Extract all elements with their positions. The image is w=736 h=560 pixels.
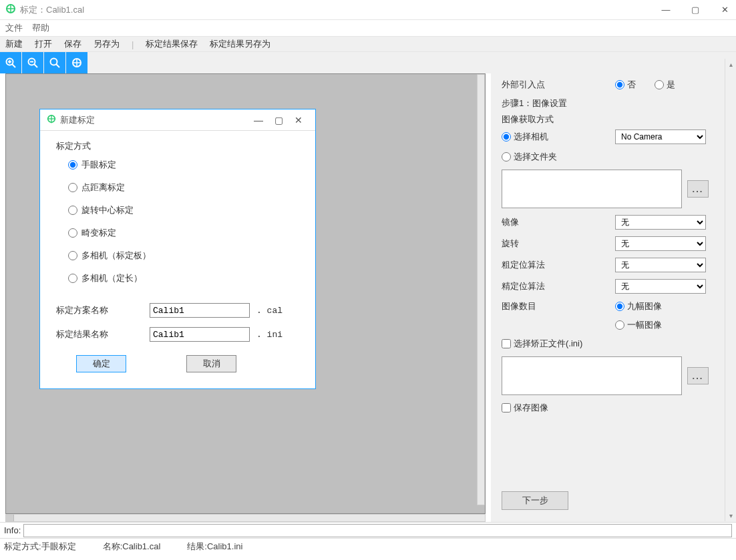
canvas-area: 新建标定 — ▢ ✕ 标定方式 手眼标定 点距离标定 旋转中心标定 畸变标定 多… [0,73,491,522]
radio-multicam-board[interactable]: 多相机（标定板） [68,250,299,262]
next-button[interactable]: 下一步 [502,491,568,510]
radio-nine-images[interactable]: 九幅图像 [615,300,662,312]
coarse-algo-select[interactable]: 无 [615,258,706,272]
folder-path-box[interactable] [502,170,682,208]
dialog-icon [47,114,56,125]
info-row: Info: [0,522,736,538]
acq-method-label: 图像获取方式 [502,113,728,125]
zoom-out-icon[interactable] [22,52,43,73]
canvas-hscroll[interactable] [5,514,486,522]
status-bar: 标定方式:手眼标定 名称:Calib1.cal 结果:Calib1.ini [0,538,736,554]
fine-algo-select[interactable]: 无 [615,279,706,294]
radio-ext-no[interactable]: 否 [615,79,636,91]
menu-file[interactable]: 文件 [5,22,23,34]
cancel-button[interactable]: 取消 [186,355,236,372]
app-icon [5,3,16,16]
panel-vscroll[interactable]: ▴ ▾ [725,59,736,521]
separator: | [132,39,134,49]
radio-multicam-fixed[interactable]: 多相机（定长） [68,272,299,284]
correct-file-box[interactable] [502,356,682,395]
menubar: 文件 帮助 [0,20,736,36]
browse-correct-button[interactable]: ... [687,367,709,384]
new-calibration-dialog: 新建标定 — ▢ ✕ 标定方式 手眼标定 点距离标定 旋转中心标定 畸变标定 多… [39,109,316,389]
fine-algo-label: 精定位算法 [502,280,615,292]
radio-distance[interactable]: 点距离标定 [68,182,299,194]
menu-help[interactable]: 帮助 [32,22,49,34]
checkbox-correct-file[interactable]: 选择矫正文件(.ini) [502,338,582,350]
tb-open[interactable]: 打开 [35,38,52,50]
radio-rotcenter[interactable]: 旋转中心标定 [68,204,299,216]
status-result: 结果:Calib1.ini [187,541,242,553]
radio-distortion[interactable]: 畸变标定 [68,227,299,239]
image-canvas[interactable]: 新建标定 — ▢ ✕ 标定方式 手眼标定 点距离标定 旋转中心标定 畸变标定 多… [5,73,486,514]
dialog-minimize[interactable]: — [248,115,268,125]
status-name: 名称:Calib1.cal [103,541,161,553]
scroll-down-icon[interactable]: ▾ [725,510,736,521]
coarse-algo-label: 粗定位算法 [502,259,615,271]
camera-select[interactable]: No Camera [615,129,706,144]
svg-line-4 [12,64,15,67]
mirror-select[interactable]: 无 [615,215,706,230]
svg-line-8 [34,64,37,67]
ext-cal: . cal [256,306,283,316]
rotate-label: 旋转 [502,238,615,250]
tb-result-save[interactable]: 标定结果保存 [146,38,198,50]
scroll-up-icon[interactable]: ▴ [725,59,736,70]
close-button[interactable]: ✕ [719,5,731,15]
status-mode: 标定方式:手眼标定 [4,541,76,553]
dialog-close[interactable]: ✕ [289,115,309,125]
info-label: Info: [4,525,21,535]
zoom-actual-icon[interactable] [66,52,87,73]
radio-one-image[interactable]: 一幅图像 [615,319,662,331]
scheme-name-label: 标定方案名称 [56,304,150,316]
tb-save[interactable]: 保存 [64,38,81,50]
ext-point-label: 外部引入点 [502,79,615,91]
mirror-label: 镜像 [502,216,615,228]
window-title: 标定：Calib1.cal [20,4,660,16]
result-name-input[interactable] [150,327,250,342]
step1-label: 步骤1：图像设置 [502,97,728,109]
zoom-fit-icon[interactable] [44,52,65,73]
toolbar: 新建 打开 保存 另存为 | 标定结果保存 标定结果另存为 [0,36,736,52]
result-name-label: 标定结果名称 [56,328,150,340]
svg-line-11 [56,64,59,67]
zoom-toolbar [0,52,736,73]
dialog-title: 新建标定 [60,114,248,126]
ok-button[interactable]: 确定 [76,355,126,372]
scheme-name-input[interactable] [150,303,250,318]
checkbox-save-image[interactable]: 保存图像 [502,402,548,414]
info-field[interactable] [23,524,732,537]
minimize-button[interactable]: — [660,5,672,15]
radio-handeye[interactable]: 手眼标定 [68,159,299,171]
maximize-button[interactable]: ▢ [689,5,701,15]
browse-folder-button[interactable]: ... [687,180,709,198]
radio-select-folder[interactable]: 选择文件夹 [502,151,557,163]
radio-ext-yes[interactable]: 是 [655,79,675,91]
zoom-in-icon[interactable] [0,52,21,73]
titlebar: 标定：Calib1.cal — ▢ ✕ [0,0,736,20]
calib-method-label: 标定方式 [56,140,299,152]
radio-select-camera[interactable]: 选择相机 [502,131,548,143]
tb-saveas[interactable]: 另存为 [94,38,120,50]
image-count-label: 图像数目 [502,300,615,312]
right-panel: 外部引入点 否 是 步骤1：图像设置 图像获取方式 选择相机 No Camera… [491,73,736,522]
tb-result-saveas[interactable]: 标定结果另存为 [210,38,270,50]
rotate-select[interactable]: 无 [615,236,706,251]
dialog-maximize[interactable]: ▢ [268,115,289,125]
tb-new[interactable]: 新建 [5,38,23,50]
canvas-vscroll[interactable] [477,74,485,505]
ext-ini: . ini [256,330,283,340]
